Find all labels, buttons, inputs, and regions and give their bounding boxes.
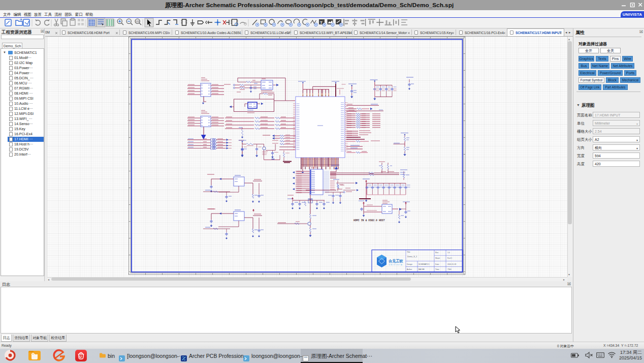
svg-text:Sheet:: Sheet: xyxy=(435,257,440,259)
svg-text:UNIVISTA: UNIVISTA xyxy=(389,264,403,266)
svg-text:7560: 7560 xyxy=(447,268,452,270)
svg-text:Time:: Time: xyxy=(435,268,439,270)
svg-text:N of 1: N of 1 xyxy=(447,257,452,259)
svg-text:Author:: Author: xyxy=(407,268,412,270)
svg-text:HDMI IN & USB2.0 HOST: HDMI IN & USB2.0 HOST xyxy=(353,219,385,222)
svg-text:Title:: Title: xyxy=(407,251,410,253)
svg-text:Date:: Date: xyxy=(435,263,439,265)
svg-text:合见工软: 合见工软 xyxy=(388,259,404,263)
svg-text:Design:: Design: xyxy=(407,263,413,265)
svg-text:2024-11-18: 2024-11-18 xyxy=(447,263,456,265)
svg-text:1.0: 1.0 xyxy=(447,252,450,254)
svg-text:Demo_S_1: Demo_S_1 xyxy=(407,256,417,258)
svg-text:U: U xyxy=(79,355,82,358)
svg-text:Rev:: Rev: xyxy=(435,252,439,254)
svg-text:BAOHE: BAOHE xyxy=(418,268,425,270)
svg-text:SCHEMATIC1: SCHEMATIC1 xyxy=(418,263,430,265)
